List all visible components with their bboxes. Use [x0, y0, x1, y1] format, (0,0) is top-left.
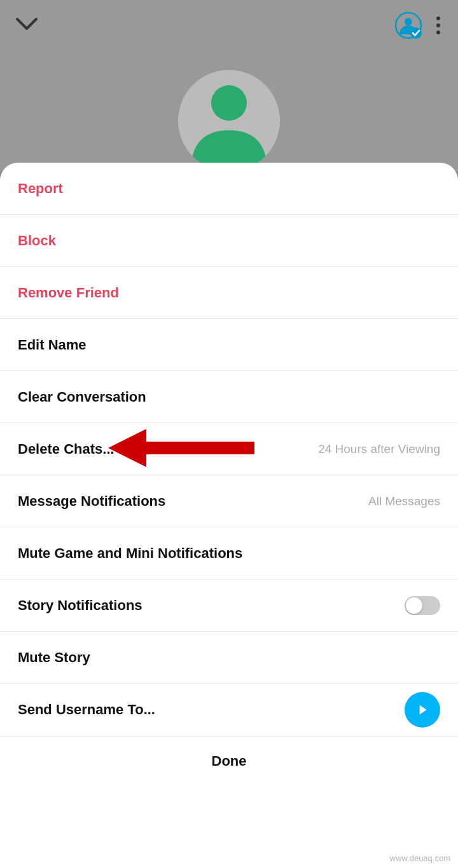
remove-friend-label: Remove Friend: [18, 285, 119, 301]
edit-name-label: Edit Name: [18, 337, 87, 353]
done-area[interactable]: Done: [0, 736, 458, 785]
story-notifications-toggle[interactable]: [405, 596, 440, 615]
svg-point-3: [211, 85, 247, 121]
chevron-down-icon[interactable]: [15, 15, 38, 36]
menu-list: Report Block Remove Friend Edit Name Cle…: [0, 163, 458, 736]
more-options-icon[interactable]: [434, 14, 443, 37]
report-label: Report: [18, 180, 63, 197]
menu-item-message-notifications[interactable]: Message Notifications All Messages: [0, 475, 458, 527]
delete-chats-value: 24 Hours after Viewing: [318, 442, 440, 456]
block-label: Block: [18, 233, 56, 249]
story-notifications-label: Story Notifications: [18, 597, 142, 614]
top-background: [0, 0, 458, 172]
menu-item-block[interactable]: Block: [0, 215, 458, 267]
top-bar: [0, 0, 458, 39]
menu-item-report[interactable]: Report: [0, 163, 458, 215]
send-username-label: Send Username To...: [18, 702, 155, 718]
delete-chats-label: Delete Chats...: [18, 441, 114, 458]
verified-icon[interactable]: [394, 11, 422, 39]
svg-marker-4: [108, 429, 254, 467]
menu-item-story-notifications[interactable]: Story Notifications: [0, 580, 458, 632]
toggle-knob: [406, 597, 422, 614]
menu-item-clear-conversation[interactable]: Clear Conversation: [0, 371, 458, 423]
arrow-annotation: [108, 426, 254, 473]
svg-point-1: [405, 18, 412, 25]
message-notifications-value: All Messages: [368, 494, 440, 508]
menu-item-send-username[interactable]: Send Username To...: [0, 684, 458, 736]
top-right-icons: [394, 11, 443, 39]
mute-story-label: Mute Story: [18, 649, 90, 666]
menu-item-delete-chats[interactable]: Delete Chats... 24 Hours after Viewing: [0, 423, 458, 475]
bottom-sheet: Report Block Remove Friend Edit Name Cle…: [0, 163, 458, 868]
message-notifications-label: Message Notifications: [18, 493, 165, 510]
avatar: [178, 70, 280, 172]
avatar-area: [0, 39, 458, 172]
menu-item-edit-name[interactable]: Edit Name: [0, 319, 458, 371]
watermark: www.deuaq.com: [390, 853, 450, 863]
send-username-button[interactable]: [405, 692, 440, 728]
mute-game-label: Mute Game and Mini Notifications: [18, 545, 242, 562]
menu-item-mute-story[interactable]: Mute Story: [0, 632, 458, 684]
menu-item-mute-game[interactable]: Mute Game and Mini Notifications: [0, 527, 458, 580]
done-label: Done: [212, 753, 247, 770]
menu-item-remove-friend[interactable]: Remove Friend: [0, 267, 458, 319]
clear-conversation-label: Clear Conversation: [18, 389, 146, 405]
